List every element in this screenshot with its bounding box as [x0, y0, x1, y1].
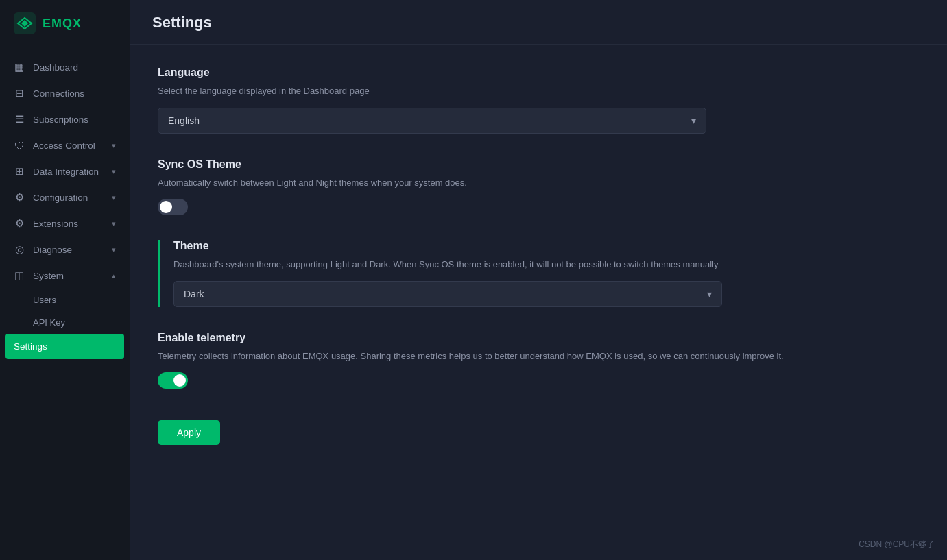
- configuration-icon: ⚙: [14, 192, 25, 203]
- language-selected-value: English: [168, 115, 200, 126]
- sidebar-item-label: Subscriptions: [33, 114, 88, 125]
- toggle-knob: [160, 201, 172, 213]
- data-integration-icon: ⊞: [14, 166, 25, 177]
- chevron-up-icon: ▴: [112, 271, 116, 280]
- sync-os-theme-section: Sync OS Theme Automatically switch betwe…: [158, 158, 920, 216]
- main-content-area: Settings Language Select the language di…: [130, 0, 947, 560]
- sidebar-nav: ▦ Dashboard ⊟ Connections ☰ Subscription…: [0, 47, 130, 560]
- emqx-logo-icon: [14, 12, 36, 34]
- page-header: Settings: [130, 0, 947, 45]
- theme-dropdown[interactable]: Dark ▾: [173, 281, 722, 307]
- sidebar-item-diagnose[interactable]: ◎ Diagnose ▾: [0, 236, 130, 263]
- chevron-down-icon: ▾: [112, 193, 116, 202]
- chevron-down-icon: ▾: [707, 289, 712, 300]
- system-icon: ◫: [14, 270, 25, 281]
- logo: EMQX: [0, 0, 130, 47]
- sidebar-item-label: Access Control: [33, 141, 95, 151]
- sidebar-item-extensions[interactable]: ⚙ Extensions ▾: [0, 210, 130, 236]
- sidebar-item-configuration[interactable]: ⚙ Configuration ▾: [0, 184, 130, 210]
- watermark: CSDN @CPU不够了: [859, 539, 935, 550]
- chevron-down-icon: ▾: [112, 167, 116, 176]
- language-section: Language Select the language displayed i…: [158, 66, 920, 134]
- chevron-down-icon: ▾: [112, 141, 116, 150]
- sidebar-item-system[interactable]: ◫ System ▴: [0, 263, 130, 289]
- theme-section-desc: Dashboard's system theme, supporting Lig…: [173, 258, 920, 271]
- language-section-desc: Select the language displayed in the Das…: [158, 84, 920, 98]
- sidebar-item-label: Diagnose: [33, 245, 72, 255]
- telemetry-section-title: Enable telemetry: [158, 332, 920, 344]
- sidebar-item-label: Dashboard: [33, 62, 78, 73]
- settings-content: Language Select the language displayed i…: [130, 45, 947, 560]
- sidebar-item-label: Connections: [33, 88, 84, 99]
- apply-button[interactable]: Apply: [158, 420, 220, 445]
- sidebar-item-dashboard[interactable]: ▦ Dashboard: [0, 54, 130, 80]
- sidebar-subitem-api-key[interactable]: API Key: [0, 311, 130, 334]
- sidebar-item-subscriptions[interactable]: ☰ Subscriptions: [0, 106, 130, 132]
- sidebar-item-label: Data Integration: [33, 167, 99, 177]
- chevron-down-icon: ▾: [691, 115, 696, 126]
- toggle-knob: [173, 374, 186, 387]
- language-section-title: Language: [158, 66, 920, 79]
- sub-item-label: Users: [33, 295, 56, 305]
- sidebar-item-label: Configuration: [33, 193, 88, 203]
- telemetry-section-desc: Telemetry collects information about EMQ…: [158, 350, 920, 363]
- sidebar-item-data-integration[interactable]: ⊞ Data Integration ▾: [0, 158, 130, 184]
- sidebar-item-access-control[interactable]: 🛡 Access Control ▾: [0, 132, 130, 158]
- chevron-down-icon: ▾: [112, 245, 116, 254]
- sync-os-theme-desc: Automatically switch between Light and N…: [158, 176, 920, 190]
- connections-icon: ⊟: [14, 88, 25, 99]
- access-control-icon: 🛡: [14, 140, 25, 151]
- sidebar-subitem-users[interactable]: Users: [0, 289, 130, 311]
- sidebar-item-label: System: [33, 271, 64, 281]
- diagnose-icon: ◎: [14, 244, 25, 255]
- sync-os-theme-toggle-wrap: [158, 199, 920, 215]
- sub-item-label: API Key: [33, 317, 65, 328]
- theme-section-title: Theme: [173, 240, 920, 252]
- sync-os-theme-title: Sync OS Theme: [158, 158, 920, 171]
- telemetry-section: Enable telemetry Telemetry collects info…: [158, 332, 920, 389]
- subscriptions-icon: ☰: [14, 114, 25, 125]
- extensions-icon: ⚙: [14, 218, 25, 229]
- sidebar-subitem-settings[interactable]: Settings: [5, 334, 124, 359]
- telemetry-toggle[interactable]: [158, 372, 188, 389]
- sync-os-theme-toggle[interactable]: [158, 199, 188, 215]
- page-title: Settings: [152, 14, 925, 32]
- sidebar-item-label: Extensions: [33, 219, 78, 229]
- chevron-down-icon: ▾: [112, 219, 116, 228]
- theme-selected-value: Dark: [184, 289, 204, 300]
- theme-section: Theme Dashboard's system theme, supporti…: [158, 240, 920, 307]
- sub-item-label: Settings: [14, 341, 47, 352]
- sidebar: EMQX ▦ Dashboard ⊟ Connections ☰ Subscri…: [0, 0, 130, 560]
- language-dropdown[interactable]: English ▾: [158, 108, 706, 134]
- dashboard-icon: ▦: [14, 62, 25, 73]
- brand-name: EMQX: [43, 16, 82, 31]
- telemetry-toggle-wrap: [158, 372, 920, 389]
- sidebar-item-connections[interactable]: ⊟ Connections: [0, 80, 130, 106]
